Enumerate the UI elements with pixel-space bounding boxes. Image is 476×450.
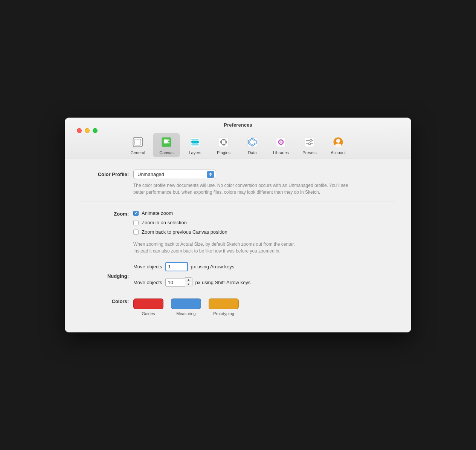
nudging-inputs: Move objects px using Arrow keys Move ob… (133, 262, 250, 290)
color-profile-section: Color Profile: Unmanaged sRGB P3 The col… (80, 170, 396, 196)
color-profile-row: Color Profile: Unmanaged sRGB P3 (80, 170, 396, 179)
svg-rect-7 (191, 141, 199, 143)
color-profile-label: Color Profile: (80, 171, 129, 177)
zoom-row: Zoom: Animate zoom Zoom in on selection … (80, 210, 396, 254)
nudging-row: Nudging: Move objects px using Arrow key… (80, 262, 396, 290)
colors-row: Colors: Guides Measuring Prototyping (80, 298, 396, 316)
svg-point-30 (336, 139, 340, 143)
measuring-label: Measuring (176, 311, 195, 316)
animate-zoom-label: Animate zoom (142, 210, 173, 216)
nudge-small-suffix: px using Arrow keys (191, 264, 235, 269)
stepper-buttons: ▲ ▼ (185, 277, 192, 287)
animate-zoom-checkbox[interactable] (133, 211, 139, 216)
svg-rect-15 (220, 141, 222, 143)
plugins-icon (217, 135, 230, 149)
svg-rect-3 (164, 139, 168, 144)
measuring-swatch-item[interactable]: Measuring (171, 298, 201, 316)
zoom-in-selection-checkbox[interactable] (133, 220, 139, 225)
close-button[interactable] (77, 128, 82, 133)
traffic-lights (77, 128, 98, 133)
nudge-large-row: Move objects ▲ ▼ px using Shift-Arrow ke… (133, 277, 250, 287)
toolbar-item-data[interactable]: Data (239, 133, 266, 157)
data-icon (246, 135, 259, 149)
zoom-back-previous-row[interactable]: Zoom back to previous Canvas position (133, 229, 307, 235)
layers-label: Layers (189, 150, 201, 155)
stepper-down-button[interactable]: ▼ (185, 282, 192, 287)
nudge-large-stepper: ▲ ▼ (165, 277, 192, 287)
nudge-small-row: Move objects px using Arrow keys (133, 262, 250, 271)
animate-zoom-row[interactable]: Animate zoom (133, 210, 307, 216)
zoom-section: Zoom: Animate zoom Zoom in on selection … (80, 210, 396, 254)
toolbar-item-presets[interactable]: Presets (296, 133, 323, 157)
libraries-label: Libraries (273, 150, 289, 155)
color-profile-description: The color profile new documents will use… (133, 182, 359, 196)
canvas-label: Canvas (159, 150, 173, 155)
titlebar: Preferences General (65, 118, 411, 159)
data-label: Data (248, 150, 256, 155)
toolbar-item-plugins[interactable]: Plugins (210, 133, 237, 157)
nudge-large-suffix: px using Shift-Arrow keys (195, 280, 251, 285)
general-label: General (130, 150, 145, 155)
content-area: Color Profile: Unmanaged sRGB P3 The col… (65, 159, 411, 332)
toolbar-item-account[interactable]: Account (325, 133, 352, 157)
minimize-button[interactable] (85, 128, 90, 133)
stepper-up-button[interactable]: ▲ (185, 278, 192, 282)
svg-rect-8 (191, 139, 199, 140)
svg-rect-22 (305, 138, 314, 147)
nudge-small-prefix: Move objects (133, 264, 162, 269)
svg-rect-14 (222, 144, 225, 145)
guides-swatch[interactable] (133, 298, 163, 309)
account-label: Account (331, 150, 346, 155)
nudging-section: Nudging: Move objects px using Arrow key… (80, 262, 396, 290)
presets-icon (303, 135, 316, 149)
prototyping-swatch[interactable] (209, 298, 239, 309)
color-swatches: Guides Measuring Prototyping (133, 298, 239, 316)
measuring-swatch[interactable] (171, 298, 201, 309)
svg-rect-5 (168, 142, 169, 143)
canvas-icon (160, 135, 173, 149)
svg-rect-0 (133, 138, 143, 147)
guides-swatch-item[interactable]: Guides (133, 298, 163, 316)
preferences-window: Preferences General (65, 118, 411, 332)
svg-rect-12 (222, 139, 225, 140)
window-title: Preferences (224, 122, 252, 128)
toolbar-item-libraries[interactable]: Libraries (267, 133, 294, 157)
zoom-in-selection-label: Zoom in on selection (142, 220, 187, 225)
general-icon (131, 135, 145, 149)
toolbar: General Canvas (124, 132, 352, 159)
prototyping-swatch-item[interactable]: Prototyping (209, 298, 239, 316)
maximize-button[interactable] (93, 128, 98, 133)
title-row: Preferences (71, 122, 405, 128)
svg-rect-9 (191, 144, 199, 145)
svg-rect-16 (248, 138, 257, 147)
svg-point-31 (335, 144, 341, 148)
section-divider (80, 202, 396, 202)
plugins-label: Plugins (217, 150, 230, 155)
guides-label: Guides (142, 311, 155, 316)
account-icon (331, 135, 345, 149)
toolbar-item-layers[interactable]: Layers (182, 133, 209, 157)
zoom-checkboxes: Animate zoom Zoom in on selection Zoom b… (133, 210, 307, 254)
presets-label: Presets (302, 150, 316, 155)
colors-section: Colors: Guides Measuring Prototyping (80, 298, 396, 316)
svg-point-21 (280, 141, 282, 143)
layers-icon (188, 135, 202, 149)
zoom-description: When zooming back to Actual Size, by def… (133, 241, 307, 254)
toolbar-item-general[interactable]: General (124, 133, 151, 157)
svg-rect-13 (225, 141, 227, 143)
color-profile-select[interactable]: Unmanaged sRGB P3 (133, 170, 216, 179)
colors-label: Colors: (80, 298, 129, 304)
nudge-large-prefix: Move objects (133, 280, 162, 285)
zoom-in-selection-row[interactable]: Zoom in on selection (133, 220, 307, 225)
svg-rect-4 (168, 139, 169, 141)
nudge-large-input[interactable] (165, 278, 185, 287)
zoom-back-previous-label: Zoom back to previous Canvas position (142, 229, 227, 235)
toolbar-item-canvas[interactable]: Canvas (153, 133, 180, 157)
color-profile-select-wrapper: Unmanaged sRGB P3 (133, 170, 216, 179)
prototyping-label: Prototyping (213, 311, 234, 316)
zoom-label: Zoom: (80, 210, 129, 217)
libraries-icon (274, 135, 288, 149)
nudging-label: Nudging: (80, 273, 129, 279)
zoom-back-previous-checkbox[interactable] (133, 230, 139, 235)
nudge-small-input[interactable] (165, 262, 188, 271)
